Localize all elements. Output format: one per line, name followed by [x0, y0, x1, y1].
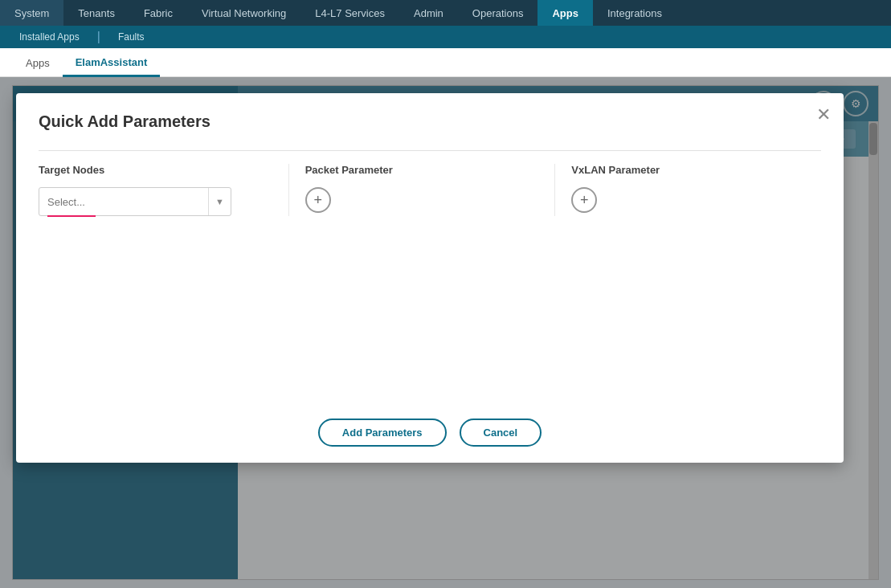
modal-overlay: Quick Add Parameters ✕ Target Nodes ▼ Pa… — [0, 77, 891, 588]
nav-apps[interactable]: Apps — [537, 0, 593, 26]
select-dropdown-arrow[interactable]: ▼ — [208, 188, 231, 215]
modal-footer: Add Parameters Cancel — [16, 419, 844, 447]
tab-apps[interactable]: Apps — [13, 50, 63, 77]
packet-param-add-button[interactable]: + — [305, 187, 331, 213]
sub-nav-separator: | — [94, 30, 104, 44]
modal-columns: Target Nodes ▼ Packet Parameter + VxLAN … — [39, 150, 821, 216]
sub-nav-installed-apps[interactable]: Installed Apps — [8, 26, 91, 48]
nav-integrations[interactable]: Integrations — [593, 0, 676, 26]
nav-fabric[interactable]: Fabric — [129, 0, 187, 26]
target-nodes-select-wrapper: ▼ — [39, 187, 231, 216]
cancel-button[interactable]: Cancel — [460, 419, 542, 447]
page-tabs: Apps ElamAssistant — [0, 48, 891, 77]
packet-param-label: Packet Parameter — [305, 164, 539, 176]
target-nodes-col: Target Nodes ▼ — [39, 164, 288, 216]
sub-nav-faults[interactable]: Faults — [107, 26, 156, 48]
modal-title: Quick Add Parameters — [39, 112, 821, 131]
packet-param-col: Packet Parameter + — [288, 164, 555, 216]
nav-l4l7[interactable]: L4-L7 Services — [300, 0, 399, 26]
target-nodes-input[interactable] — [39, 196, 208, 208]
vxlan-param-label: VxLAN Parameter — [571, 164, 805, 176]
modal-close-button[interactable]: ✕ — [816, 106, 831, 124]
nav-admin[interactable]: Admin — [399, 0, 458, 26]
quick-add-modal: Quick Add Parameters ✕ Target Nodes ▼ Pa… — [16, 93, 844, 463]
sub-nav: Installed Apps | Faults — [0, 26, 891, 48]
nav-tenants[interactable]: Tenants — [63, 0, 129, 26]
target-nodes-label: Target Nodes — [39, 164, 272, 176]
top-nav: System Tenants Fabric Virtual Networking… — [0, 0, 891, 26]
add-parameters-button[interactable]: Add Parameters — [318, 419, 447, 447]
nav-virtual-networking[interactable]: Virtual Networking — [187, 0, 300, 26]
tab-elam-assistant[interactable]: ElamAssistant — [63, 50, 161, 77]
vxlan-param-add-button[interactable]: + — [571, 187, 597, 213]
main-content: ⤢ ✕ ELAM Assistant ☰ Capture a packet wi… — [0, 77, 891, 588]
nav-operations[interactable]: Operations — [458, 0, 538, 26]
nav-system[interactable]: System — [0, 0, 63, 26]
select-underline — [47, 215, 96, 217]
vxlan-param-col: VxLAN Parameter + — [554, 164, 821, 216]
